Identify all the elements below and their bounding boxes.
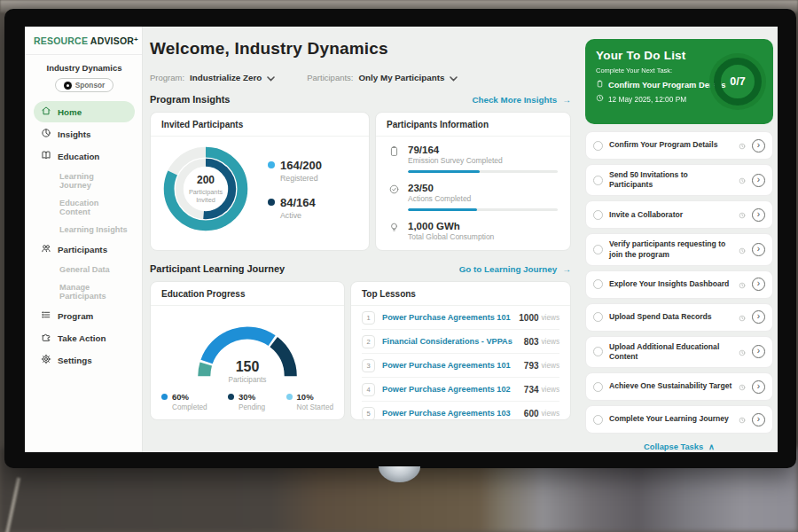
program-dropdown[interactable]: Program: Industrialize Zero — [150, 69, 275, 85]
sidebar-item-label: Learning Journey — [59, 172, 128, 190]
chevron-right-button[interactable]: › — [752, 345, 765, 358]
collapse-label: Collapse Tasks — [644, 442, 703, 451]
sidebar-item-settings[interactable]: Settings — [34, 349, 135, 371]
task-checkbox[interactable] — [593, 210, 603, 220]
card-title: Education Progress — [151, 282, 344, 306]
task-checkbox[interactable] — [593, 415, 603, 425]
sidebar-item-label: Program — [58, 311, 93, 321]
education-progress-card: Education Progress 150 Participants — [150, 281, 345, 420]
sidebar-item-general-data[interactable]: General Data — [34, 261, 135, 278]
logo-primary: RESOURCE — [34, 35, 88, 46]
task-checkbox[interactable] — [593, 382, 603, 392]
chevron-right-button[interactable]: › — [752, 380, 765, 394]
sidebar-item-label: Education — [58, 152, 99, 161]
go-to-learning-journey-link[interactable]: Go to Learning Journey → — [459, 264, 571, 274]
lesson-views-suffix: views — [542, 314, 559, 322]
sidebar-item-home[interactable]: Home — [34, 101, 135, 122]
lesson-row[interactable]: 2 Financial Considerations - VPPAs 803 v… — [362, 330, 559, 354]
program-insights-title: Program Insights — [150, 94, 230, 105]
task-checkbox[interactable] — [593, 279, 603, 289]
task-explore-insights[interactable]: Explore Your Insights Dashboard › — [585, 270, 773, 299]
sidebar-menu: Home Insights Education Learning Journey… — [34, 101, 135, 371]
sidebar-item-label: Participants — [58, 245, 107, 254]
page-title: Welcome, Industry Dynamics — [150, 39, 571, 59]
list-icon — [41, 309, 51, 322]
legend-value: 60% — [172, 392, 189, 402]
puzzle-icon — [41, 332, 51, 344]
lesson-views: 793 — [524, 361, 539, 371]
sidebar-item-manage-participants[interactable]: Manage Participants — [34, 278, 135, 304]
logo-plus: + — [134, 35, 138, 43]
task-invite-collaborator[interactable]: Invite a Collaborator › — [585, 200, 773, 229]
sponsor-badge: Sponsor — [55, 78, 114, 92]
task-achieve-sustainability-target[interactable]: Achieve One Sustainability Target › — [585, 372, 773, 401]
lesson-rank: 4 — [362, 383, 375, 396]
task-upload-spend-data[interactable]: Upload Spend Data Records › — [585, 303, 773, 332]
chevron-right-button[interactable]: › — [752, 174, 765, 187]
task-send-invitations[interactable]: Send 50 Invitations to Participants › — [585, 164, 773, 196]
chevron-right-button[interactable]: › — [752, 243, 765, 256]
lesson-row[interactable]: 4 Power Purchase Agreements 102 734 view… — [362, 378, 559, 402]
gauge-center-label: Participants — [190, 376, 305, 384]
task-checkbox[interactable] — [593, 312, 603, 322]
lesson-row[interactable]: 3 Power Purchase Agreements 101 793 view… — [362, 354, 559, 378]
legend-label: Registered — [280, 174, 322, 183]
task-checkbox[interactable] — [593, 141, 603, 151]
sidebar-item-program[interactable]: Program — [34, 305, 135, 326]
sidebar-item-learning-journey[interactable]: Learning Journey — [34, 168, 135, 193]
task-complete-learning-journey[interactable]: Complete Your Learning Journey › — [585, 405, 773, 434]
sidebar-item-participants[interactable]: Participants — [34, 239, 135, 260]
filters-row: Program: Industrialize Zero Participants… — [150, 69, 571, 85]
lesson-title[interactable]: Financial Considerations - VPPAs — [382, 337, 519, 346]
task-verify-participants[interactable]: Verify participants requesting to join t… — [585, 233, 773, 265]
collapse-tasks-link[interactable]: Collapse Tasks ∧ — [644, 442, 715, 451]
lesson-row[interactable]: 1 Power Purchase Agreements 101 1000 vie… — [362, 306, 559, 330]
task-checkbox[interactable] — [593, 176, 603, 185]
sidebar-item-education[interactable]: Education — [34, 145, 135, 167]
org-name: Industry Dynamics — [34, 63, 135, 73]
chevron-right-button[interactable]: › — [752, 310, 765, 324]
clock-icon — [739, 411, 746, 427]
lesson-title[interactable]: Power Purchase Agreements 101 — [382, 313, 513, 322]
task-upload-educational-content[interactable]: Upload Additional Educational Content › — [585, 336, 773, 368]
task-checkbox[interactable] — [593, 347, 603, 356]
sidebar-item-take-action[interactable]: Take Action — [34, 327, 135, 348]
dashboard-screen: RESOURCE ADVISOR+ Industry Dynamics Spon… — [25, 27, 778, 452]
gauge-center: 150 Participants — [190, 359, 305, 384]
lesson-title[interactable]: Power Purchase Agreements 102 — [382, 385, 519, 394]
sidebar-item-label: Take Action — [58, 333, 106, 343]
clipboard-icon — [388, 145, 400, 173]
sidebar-item-education-content[interactable]: Education Content — [34, 194, 135, 220]
lesson-views: 600 — [524, 409, 539, 419]
legend-item-active: 84/164 Active — [268, 196, 322, 220]
lesson-row[interactable]: 5 Power Purchase Agreements 103 600 view… — [362, 402, 559, 420]
task-label: Upload Additional Educational Content — [609, 342, 732, 362]
top-lessons-card: Top Lessons 1 Power Purchase Agreements … — [350, 281, 571, 420]
donut-center-label: Participants Invited — [183, 188, 229, 204]
todo-due-date: 12 May 2025, 12:00 PM — [608, 95, 686, 104]
sponsor-icon — [64, 82, 72, 90]
monitor-bezel: RESOURCE ADVISOR+ Industry Dynamics Spon… — [4, 9, 796, 468]
clock-icon — [596, 94, 604, 104]
chevron-right-button[interactable]: › — [752, 139, 765, 153]
chevron-right-button[interactable]: › — [752, 208, 765, 222]
check-more-insights-link[interactable]: Check More Insights → — [472, 95, 571, 105]
progress-bar — [408, 170, 558, 173]
legend-label: Active — [280, 211, 322, 220]
legend-item-not-started: 10% Not Started — [286, 392, 333, 411]
people-icon — [41, 243, 51, 255]
participants-dropdown[interactable]: Participants: Only My Participants — [307, 69, 458, 85]
lesson-title[interactable]: Power Purchase Agreements 101 — [382, 361, 519, 370]
chevron-right-button[interactable]: › — [752, 278, 765, 291]
stat-actions-completed: 23/50 Actions Completed — [388, 183, 558, 211]
task-checkbox[interactable] — [593, 245, 603, 254]
sidebar-item-learning-insights[interactable]: Learning Insights — [34, 221, 135, 238]
chevron-right-button[interactable]: › — [752, 413, 765, 426]
task-confirm-program-details[interactable]: Confirm Your Program Details › — [585, 131, 773, 160]
legend-label: Pending — [239, 403, 265, 411]
lesson-title[interactable]: Power Purchase Agreements 103 — [382, 409, 519, 418]
sidebar-item-insights[interactable]: Insights — [34, 123, 135, 145]
clock-icon — [739, 379, 746, 395]
arrow-right-icon: → — [562, 95, 571, 105]
lesson-rank: 2 — [362, 335, 375, 348]
